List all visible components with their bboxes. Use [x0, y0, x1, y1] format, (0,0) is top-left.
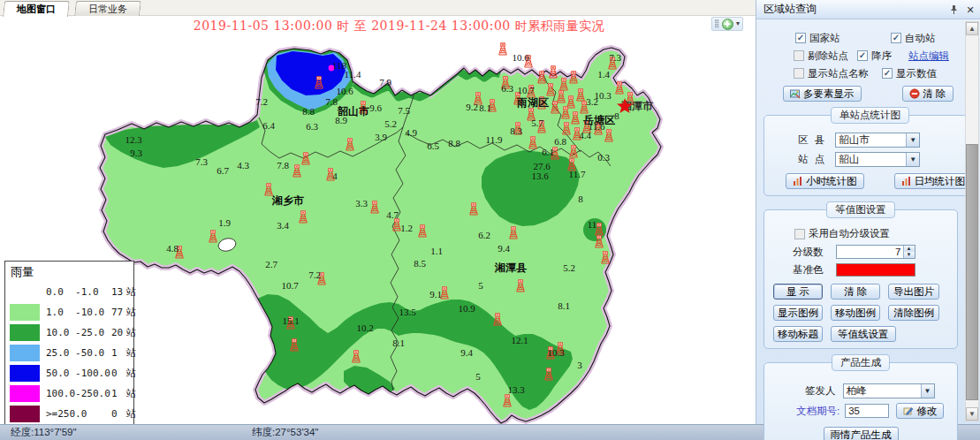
checkbox-box[interactable]: ✓ [891, 33, 901, 43]
station-edit-link[interactable]: 站点编辑 [908, 49, 949, 63]
contour-line-settings-button[interactable]: 等值线设置 [831, 326, 896, 342]
status-longitude: 经度:113°7'59" [11, 425, 77, 440]
button-label: 显示图例 [778, 307, 818, 320]
panel-scrollbar[interactable]: ▲ ▼ [965, 21, 979, 421]
hourly-chart-button[interactable]: 小时统计图 [786, 173, 864, 189]
legend-title: 雨量 [11, 264, 130, 280]
map-canvas[interactable]: 2019-11-05 13:00:00 时 至 2019-11-24 13:00… [0, 16, 756, 424]
station-value: 5 [478, 280, 483, 291]
tab-daily-business-label: 日常业务 [88, 2, 127, 16]
clear-contour-button[interactable]: 清 除 [831, 284, 880, 300]
legend-unit: 站 [126, 306, 136, 319]
doc-number-input[interactable]: 35 [845, 404, 889, 418]
dropdown-arrow-icon[interactable]: ▼ [906, 153, 919, 166]
daily-chart-button[interactable]: 日均统计图 [894, 173, 973, 189]
station-value: 7.2 [255, 96, 268, 107]
spinner-down-icon[interactable]: ▼ [904, 252, 915, 258]
map-legend: 雨量 0.0 -1.013站1.0 -10.077站10.0 -25.020站2… [4, 261, 134, 424]
product-generation-group-label: 产品生成 [832, 354, 890, 371]
station-value: 13.3 [507, 384, 525, 395]
clear-legend-button[interactable]: 清除图例 [888, 305, 939, 321]
descending-checkbox[interactable]: ✓ 降序 [857, 49, 901, 63]
checkbox-box[interactable]: ✓ [795, 33, 806, 43]
display-button[interactable]: 显 示 [773, 284, 823, 300]
move-title-button[interactable]: 移动标题 [773, 326, 823, 342]
checkbox-label: 显示站点名称 [808, 67, 869, 80]
national-station-checkbox[interactable]: ✓ 国家站 [795, 32, 891, 45]
hourly-chart-icon [793, 176, 803, 186]
station-value: 8.5 [414, 258, 426, 269]
station-value: 11 [588, 219, 597, 230]
dropdown-arrow-icon[interactable]: ▼ [921, 384, 934, 398]
show-station-name-checkbox[interactable]: 显示站点名称 [794, 67, 882, 80]
tab-map-window[interactable]: 地图窗口 [3, 1, 70, 17]
legend-unit: 站 [126, 387, 136, 400]
scrollbar-thumb[interactable] [966, 144, 978, 400]
legend-station-count: 20 [111, 327, 126, 338]
single-station-group-label: 单站点统计图 [831, 107, 909, 124]
station-tower-icon[interactable] [499, 43, 507, 55]
region-label: 湘潭县 [494, 262, 527, 274]
pin-icon[interactable] [948, 4, 959, 15]
checkbox-label: 自动站 [905, 32, 936, 45]
generate-rain-product-button[interactable]: 雨情产品生成 [824, 427, 899, 440]
close-icon[interactable]: ✕ [965, 4, 976, 15]
grade-count-value: 7 [837, 246, 903, 258]
legend-range: 0.0 -1.0 [46, 286, 111, 298]
station-value: 0.3 [597, 152, 610, 163]
checkbox-box[interactable]: ✓ [882, 68, 893, 79]
checkbox-box[interactable]: ✓ [857, 50, 868, 61]
panel-title: 区域站查询 [763, 3, 817, 15]
modify-button[interactable]: 修改 [896, 403, 944, 419]
move-legend-button[interactable]: 移动图例 [831, 305, 880, 321]
station-value: 9.1 [429, 289, 442, 300]
tab-daily-business[interactable]: 日常业务 [74, 1, 141, 16]
button-label: 等值线设置 [838, 328, 889, 341]
exclude-station-checkbox[interactable]: 剔除站点 [794, 49, 857, 63]
station-value: 1.9 [218, 217, 231, 228]
status-latitude: 纬度:27°53'34" [252, 425, 318, 440]
checkbox-box[interactable] [794, 68, 804, 79]
issuer-select[interactable]: 柏峰 ▼ [843, 383, 935, 398]
spinner-up-icon[interactable]: ▲ [904, 246, 915, 252]
checkbox-box[interactable] [794, 50, 804, 61]
station-value: 10.2 [356, 322, 373, 333]
scroll-up-icon[interactable]: ▲ [966, 22, 978, 35]
show-value-checkbox[interactable]: ✓ 显示数值 [882, 67, 937, 80]
base-color-swatch[interactable] [836, 263, 915, 277]
chevron-down-icon[interactable]: ▾ [736, 20, 740, 27]
button-label: 显 示 [786, 285, 809, 299]
dropdown-arrow-icon[interactable]: ▼ [906, 133, 919, 147]
legend-unit: 站 [126, 346, 136, 360]
legend-row: 0.0 -1.013站 [10, 282, 130, 302]
show-legend-button[interactable]: 显示图例 [773, 305, 823, 321]
district-select[interactable]: 韶山市 ▼ [835, 133, 920, 148]
station-select[interactable]: 韶山 ▼ [835, 152, 920, 167]
legend-unit: 站 [126, 326, 136, 339]
export-image-button[interactable]: 导出图片 [888, 284, 939, 300]
legend-row: >=250.00站 [10, 404, 130, 424]
station-value: 11.7 [569, 169, 586, 179]
scroll-down-icon[interactable]: ▼ [966, 407, 978, 421]
auto-grading-checkbox[interactable]: 采用自动分级设置 [794, 227, 890, 240]
station-value: 8.3 [510, 125, 522, 136]
checkbox-box[interactable] [794, 229, 805, 239]
legend-color-swatch [10, 304, 40, 321]
legend-unit: 站 [126, 285, 136, 299]
legend-station-count: 0 [111, 408, 126, 420]
checkbox-label: 显示数值 [896, 67, 937, 80]
station-value: 11.9 [486, 134, 503, 145]
clear-stations-button[interactable]: 清 除 [902, 86, 953, 102]
station-value: 6.2 [478, 230, 490, 240]
grade-count-spinner[interactable]: 7 ▲▼ [836, 245, 915, 259]
product-generation-group: 产品生成 签发人 柏峰 ▼ 文档期号: 35 修改 [763, 354, 958, 440]
multi-element-display-button[interactable]: 多要素显示 [783, 86, 862, 102]
station-value: 15.1 [282, 315, 299, 326]
station-value: 7.8 [325, 96, 338, 107]
add-plus-icon[interactable] [722, 19, 733, 30]
map-toolbar[interactable]: ▾ [711, 17, 743, 31]
station-value: 2.7 [265, 259, 277, 269]
auto-station-checkbox[interactable]: ✓ 自动站 [891, 32, 936, 45]
region-label: 湘乡市 [271, 194, 304, 207]
legend-row: 25.0 -50.01站 [10, 343, 130, 363]
